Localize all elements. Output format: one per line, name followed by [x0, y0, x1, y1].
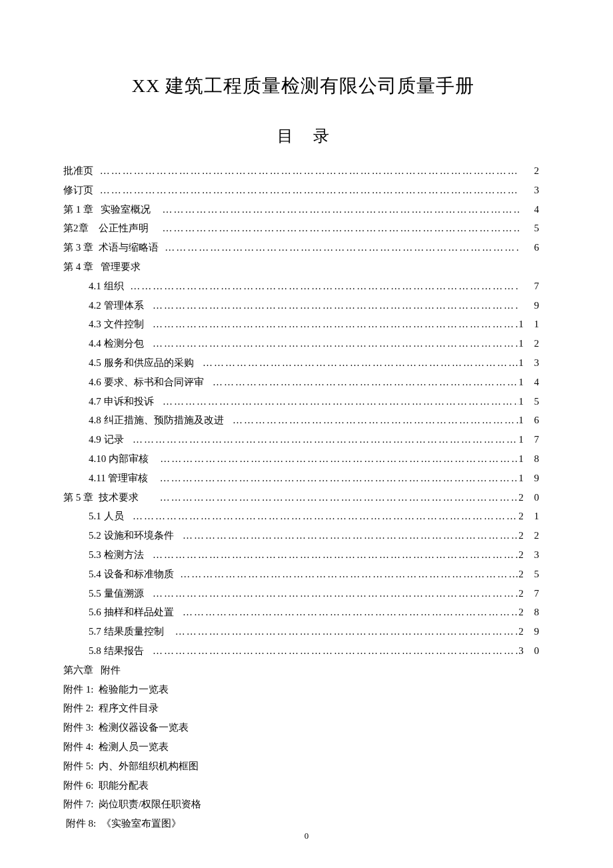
toc-entry-label: 4.9 记录 — [89, 430, 129, 449]
toc-entry-label: 第 1 章 实验室概况 — [63, 200, 159, 219]
table-of-contents: 批准页 2修订页 3第 1 章 实验室概况 4第2章 公正性声明 5第 3 章 … — [63, 161, 543, 833]
toc-entry-label: 4.5 服务和供应品的采购 — [89, 353, 199, 373]
toc-entry-page: 1 4 — [518, 373, 543, 392]
toc-leader-dots — [149, 315, 518, 334]
appendix-entry: 附件 4: 检测人员一览表 — [63, 737, 543, 757]
toc-leader-dots — [156, 469, 519, 488]
toc-entry-page: 6 — [519, 238, 543, 257]
toc-entry-label: 第六章 附件 — [63, 661, 121, 680]
toc-leader-dots — [179, 526, 518, 545]
toc-entry: 5.4 设备和标准物质 2 5 — [63, 565, 543, 584]
toc-leader-dots — [159, 200, 520, 219]
toc-entry: 4.11 管理审核 1 9 — [63, 469, 543, 488]
toc-entry: 4.10 内部审核 1 8 — [63, 449, 543, 469]
toc-entry-page: 4 — [519, 200, 543, 219]
toc-entry-page: 2 9 — [518, 622, 543, 641]
toc-leader-dots — [199, 353, 518, 373]
toc-entry-label: 第 4 章 管理要求 — [63, 257, 141, 277]
appendix-entry: 附件 6: 职能分配表 — [63, 776, 543, 795]
toc-entry-page: 2 3 — [518, 545, 543, 565]
toc-entry: 5.2 设施和环境条件 2 2 — [63, 526, 543, 545]
toc-leader-dots — [126, 277, 519, 296]
toc-entry-page: 1 1 — [518, 315, 543, 334]
toc-leader-dots — [229, 411, 518, 430]
toc-entry-page: 1 7 — [518, 430, 543, 449]
toc-entry-page: 2 5 — [518, 565, 543, 584]
toc-entry-page: 3 — [519, 181, 543, 200]
toc-entry: 第 3 章 术语与缩略语 6 — [63, 238, 543, 257]
appendix-entry: 附件 7: 岗位职责/权限任职资格 — [63, 795, 543, 814]
toc-entry-page: 1 6 — [518, 411, 543, 430]
toc-leader-dots — [96, 161, 519, 181]
toc-entry-page: 1 3 — [518, 353, 543, 373]
toc-leader-dots — [209, 373, 518, 392]
toc-leader-dots — [129, 430, 518, 449]
toc-entry-page: 2 7 — [518, 584, 543, 603]
toc-entry: 第 1 章 实验室概况 4 — [63, 200, 543, 219]
toc-entry: 批准页 2 — [63, 161, 543, 181]
toc-leader-dots — [159, 392, 518, 411]
toc-entry: 4.5 服务和供应品的采购 1 3 — [63, 353, 543, 373]
appendix-entry: 附件 3: 检测仪器设备一览表 — [63, 718, 543, 737]
toc-entry: 5.7 结果质量控制 2 9 — [63, 622, 543, 641]
toc-entry-label: 5.6 抽样和样品处置 — [89, 603, 179, 622]
toc-entry-label: 第 3 章 术语与缩略语 — [63, 238, 161, 257]
toc-entry: 4.3 文件控制 1 1 — [63, 315, 543, 334]
toc-leader-dots — [156, 488, 519, 507]
toc-entry: 4.7 申诉和投诉 1 5 — [63, 392, 543, 411]
toc-entry: 第六章 附件 — [63, 661, 543, 680]
toc-entry-label: 4.8 纠正措施、预防措施及改进 — [89, 411, 229, 430]
toc-entry-page: 1 8 — [518, 449, 543, 469]
toc-entry: 4.1 组织 7 — [63, 277, 543, 296]
toc-leader-dots — [159, 219, 520, 238]
toc-entry-label: 4.10 内部审核 — [89, 449, 156, 469]
toc-heading: 目录 — [63, 125, 543, 147]
toc-entry-page: 7 — [519, 277, 543, 296]
toc-entry: 第 5 章 技术要求 2 0 — [63, 488, 543, 507]
toc-leader-dots — [96, 181, 519, 200]
toc-entry: 第2章 公正性声明 5 — [63, 219, 543, 238]
toc-entry-page: 3 0 — [518, 641, 543, 661]
document-title: XX 建筑工程质量检测有限公司质量手册 — [63, 73, 543, 99]
toc-entry: 5.3 检测方法 2 3 — [63, 545, 543, 565]
toc-leader-dots — [129, 507, 518, 526]
toc-entry-page: 2 8 — [518, 603, 543, 622]
toc-leader-dots — [156, 449, 518, 469]
toc-entry: 5.6 抽样和样品处置 2 8 — [63, 603, 543, 622]
toc-leader-dots — [171, 622, 519, 641]
toc-entry-page: 1 9 — [518, 469, 543, 488]
toc-entry-label: 第 5 章 技术要求 — [63, 488, 156, 507]
toc-entry-page: 1 2 — [518, 334, 543, 353]
toc-entry: 第 4 章 管理要求 — [63, 257, 543, 277]
toc-entry-label: 第2章 公正性声明 — [63, 219, 159, 238]
appendix-entry: 附件 1: 检验能力一览表 — [63, 680, 543, 699]
toc-entry: 4.9 记录 1 7 — [63, 430, 543, 449]
toc-entry-label: 5.8 结果报告 — [89, 641, 149, 661]
toc-leader-dots — [149, 296, 519, 315]
toc-leader-dots — [149, 334, 518, 353]
appendix-entry: 附件 2: 程序文件目录 — [63, 699, 543, 718]
toc-leader-dots — [176, 565, 518, 584]
toc-entry: 4.6 要求、标书和合同评审 1 4 — [63, 373, 543, 392]
toc-leader-dots — [149, 545, 518, 565]
toc-entry-label: 5.1 人员 — [89, 507, 129, 526]
toc-entry-label: 4.7 申诉和投诉 — [89, 392, 159, 411]
toc-entry-label: 5.7 结果质量控制 — [89, 622, 171, 641]
toc-entry-label: 5.4 设备和标准物质 — [89, 565, 176, 584]
toc-entry-label: 4.11 管理审核 — [89, 469, 156, 488]
toc-leader-dots — [161, 238, 519, 257]
toc-entry: 4.4 检测分包 1 2 — [63, 334, 543, 353]
toc-entry: 4.8 纠正措施、预防措施及改进 1 6 — [63, 411, 543, 430]
appendix-entry: 附件 5: 内、外部组织机构框图 — [63, 757, 543, 776]
toc-entry-page: 5 — [519, 219, 543, 238]
toc-entry-page: 2 2 — [518, 526, 543, 545]
page-number-footer: 0 — [0, 831, 613, 841]
toc-entry-label: 5.2 设施和环境条件 — [89, 526, 179, 545]
toc-leader-dots — [149, 641, 518, 661]
toc-entry-label: 4.4 检测分包 — [89, 334, 149, 353]
toc-entry-page: 2 0 — [518, 488, 543, 507]
toc-entry-label: 5.3 检测方法 — [89, 545, 149, 565]
toc-entry: 4.2 管理体系 9 — [63, 296, 543, 315]
toc-entry-label: 修订页 — [63, 181, 96, 200]
toc-entry-page: 1 5 — [518, 392, 543, 411]
